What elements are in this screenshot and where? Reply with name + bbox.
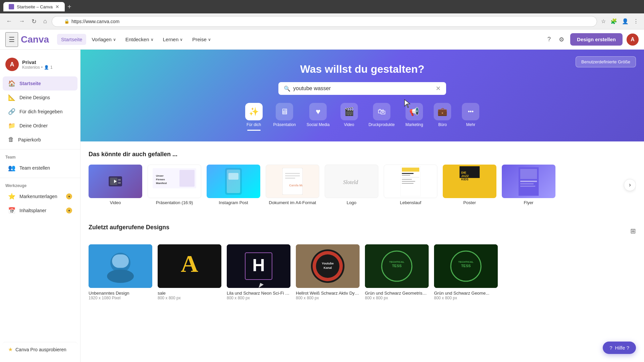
profile-icon[interactable]: 👤 — [621, 17, 630, 26]
card-document[interactable]: Carola Mayer Dokument im A4-Format — [266, 165, 319, 205]
user-avatar[interactable]: A — [627, 34, 639, 46]
sidebar-item-freigegeben[interactable]: 🔗 Für dich freigegeben — [3, 105, 77, 119]
svg-rect-24 — [402, 175, 410, 176]
canva-logo[interactable]: Canva — [21, 34, 49, 45]
card-video[interactable]: Video — [89, 165, 142, 205]
recent-label-0: Unbenanntes Design — [89, 291, 152, 296]
extensions-icon[interactable]: 🧩 — [609, 17, 619, 26]
quick-link-mehr[interactable]: ••• Mehr — [462, 103, 479, 131]
svg-text:Unser: Unser — [156, 174, 164, 177]
home-button[interactable]: ⌂ — [41, 16, 49, 26]
svg-text:Kanal: Kanal — [324, 266, 332, 269]
sidebar-item-ordner[interactable]: 📁 Deine Ordner — [3, 119, 77, 133]
create-design-button[interactable]: Design erstellen — [570, 33, 623, 46]
address-bar[interactable]: 🔒 https://www.canva.com — [52, 16, 597, 27]
search-input[interactable] — [293, 85, 433, 92]
nav-link-startseite[interactable]: Startseite — [57, 34, 86, 45]
card-cv[interactable]: Lebenslauf — [384, 165, 437, 205]
tools-section-label: Werkzeuge — [0, 181, 80, 189]
card-video-label: Video — [89, 200, 142, 205]
svg-text:KIDS: KIDS — [461, 178, 469, 181]
search-icon: 🔍 — [284, 85, 290, 92]
recent-thumb-5: TECHTICALTESS — [434, 244, 498, 288]
marketing-label: Marketing — [406, 122, 423, 127]
recent-label-4: Grün und Schwarz Geometrisch Te... — [365, 291, 429, 296]
card-cv-label: Lebenslauf — [384, 200, 437, 205]
browser-tab[interactable]: Startseite – Canva ✕ — [3, 2, 65, 11]
quick-link-fur-dich[interactable]: ✨ Für dich — [245, 103, 263, 131]
svg-point-41 — [107, 269, 134, 283]
card-logo[interactable]: Sloteld Logo — [325, 165, 378, 205]
nav-link-lernen[interactable]: Lernen ∨ — [159, 34, 187, 45]
recent-size-0: 644 x 362 Pixel — [89, 296, 152, 300]
canva-pro-banner[interactable]: ★ Canva Pro ausprobieren — [3, 342, 77, 357]
search-bar: 🔍 ✕ — [278, 82, 446, 95]
bookmark-icon[interactable]: ☆ — [600, 17, 607, 26]
quick-link-buro[interactable]: 💼 Büro — [434, 103, 451, 131]
home-icon: 🏠 — [8, 80, 15, 87]
sidebar-item-markenunterlagen[interactable]: ⭐ Markenunterlagen ✦ — [3, 189, 77, 203]
card-poster-label: Poster — [443, 200, 496, 205]
quick-link-underline — [247, 130, 261, 131]
quick-link-marketing[interactable]: 📢 Marketing — [406, 103, 423, 131]
new-tab-button[interactable]: + — [67, 3, 71, 11]
recent-card-2[interactable]: H Lila und Schwarz Neon Sci-Fi Twitc... … — [227, 244, 290, 300]
forward-button[interactable]: → — [17, 16, 27, 26]
sidebar-freigegeben-label: Für dich freigegeben — [19, 109, 62, 114]
recent-card-4[interactable]: TECHTICALTESS Grün und Schwarz Geometris… — [365, 244, 429, 300]
settings-nav-icon[interactable]: ⚙ — [557, 34, 566, 45]
video-label: Video — [344, 122, 354, 127]
nav-link-entdecken[interactable]: Entdecken ∨ — [121, 34, 158, 45]
recent-title: Zuletzt aufgerufene Designs — [89, 224, 169, 231]
svg-rect-13 — [228, 173, 238, 180]
brand-icon: ⭐ — [8, 193, 15, 200]
suggestions-title: Das könnte dir auch gefallen ... — [89, 151, 636, 158]
menu-icon[interactable]: ⋮ — [632, 17, 640, 26]
nav-link-preise[interactable]: Preise ∨ — [188, 34, 215, 45]
help-nav-icon[interactable]: ? — [545, 34, 553, 45]
card-thumb-flyer — [502, 165, 555, 198]
hamburger-button[interactable]: ☰ — [5, 32, 18, 47]
card-thumb-logo: Sloteld — [325, 165, 378, 198]
grid-view-button[interactable]: ⊞ — [630, 227, 636, 235]
search-clear-icon[interactable]: ✕ — [436, 85, 441, 92]
refresh-button[interactable]: ↻ — [30, 16, 39, 26]
card-thumb-presentation: UnserFirmenManifest — [148, 165, 201, 198]
sidebar-item-team-erstellen[interactable]: 👥 Team erstellen — [3, 161, 77, 175]
card-presentation[interactable]: UnserFirmenManifest Präsentation (16:9) — [148, 165, 201, 205]
nav-link-startseite-label: Startseite — [61, 37, 82, 42]
svg-rect-16 — [285, 175, 300, 176]
sidebar-item-deine-designs[interactable]: 📐 Deine Designs — [3, 90, 77, 105]
recent-size-5: 800 x 800 px — [434, 296, 498, 300]
carousel-next-arrow[interactable]: › — [624, 179, 636, 191]
back-button[interactable]: ← — [4, 16, 14, 26]
card-instagram[interactable]: Instagram Post — [207, 165, 260, 205]
quick-link-prasentation[interactable]: 🖥 Präsentation — [273, 103, 296, 131]
tab-close-btn[interactable]: ✕ — [55, 4, 59, 9]
quick-link-social-media[interactable]: ♥ Social Media — [307, 103, 330, 131]
recent-size-3: 800 x 800 px — [296, 296, 360, 300]
sidebar-user-name: Privat — [22, 59, 53, 65]
sidebar-item-startseite[interactable]: 🏠 Startseite — [3, 76, 77, 90]
quick-link-video[interactable]: 🎬 Video — [340, 103, 358, 131]
card-poster[interactable]: DIEJAZZKIDS Poster — [443, 165, 496, 205]
card-instagram-label: Instagram Post — [207, 200, 260, 205]
recent-card-5[interactable]: TECHTICALTESS Grün und Schwarz Geome... … — [434, 244, 498, 300]
recent-card-3[interactable]: YoutubeKanal Hellrot Weiß Schwarz Aktiv … — [296, 244, 360, 300]
sidebar-ordner-label: Deine Ordner — [19, 123, 48, 128]
card-logo-label: Logo — [325, 200, 378, 205]
team-section-label: Team — [0, 152, 80, 161]
help-button[interactable]: ? Hilfe ? — [603, 342, 636, 354]
svg-text:Sloteld: Sloteld — [343, 179, 358, 185]
recent-label-2: Lila und Schwarz Neon Sci-Fi Twitc... — [227, 291, 290, 296]
custom-size-button[interactable]: Benutzerdefinierte Größe — [576, 56, 636, 67]
entdecken-chevron-icon: ∨ — [151, 37, 154, 42]
sidebar-item-inhaltsplaner[interactable]: 📅 Inhaltsplaner ✦ — [3, 203, 77, 218]
recent-thumb-1: A — [158, 244, 221, 288]
recent-card-0[interactable]: Unbenanntes Design 644 x 362 Pixel — [89, 244, 152, 300]
sidebar-item-papierkorb[interactable]: 🗑 Papierkorb — [3, 133, 77, 146]
recent-card-1[interactable]: A sale 800 x 800 px — [158, 244, 221, 300]
nav-link-vorlagen[interactable]: Vorlagen ∨ — [88, 34, 120, 45]
quick-link-druckprodukte[interactable]: 🛍 Druckprodukte — [369, 103, 395, 131]
card-flyer[interactable]: Flyer — [502, 165, 555, 205]
